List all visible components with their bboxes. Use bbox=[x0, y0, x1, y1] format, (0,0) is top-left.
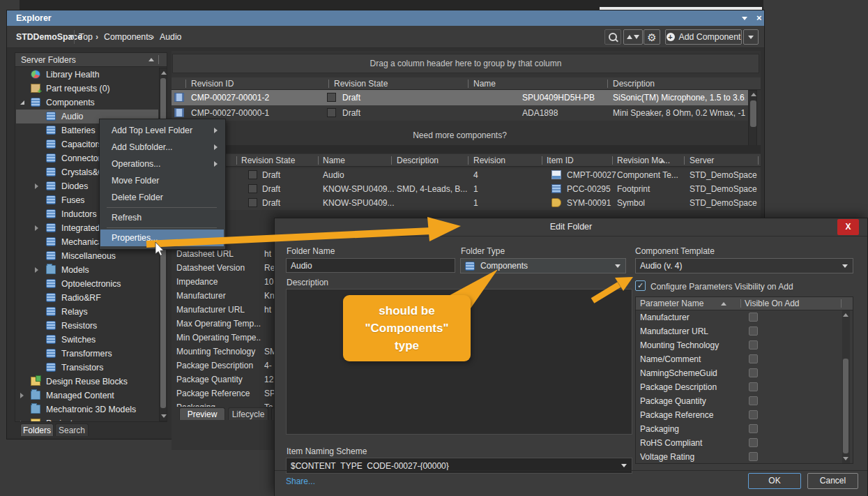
menu-item[interactable]: Add Subfolder... bbox=[100, 139, 224, 156]
visible-on-add-checkbox[interactable] bbox=[749, 452, 758, 461]
component-row[interactable]: CMP-00027-00001-2DraftSPU0409HD5H-PBSiSo… bbox=[172, 90, 748, 105]
scroll-down-icon[interactable] bbox=[843, 457, 848, 460]
parameter-row[interactable]: Package Description bbox=[636, 380, 842, 394]
parameter-row[interactable]: Manufacturer URL bbox=[636, 324, 842, 338]
tree-item[interactable]: Design Reuse Blocks bbox=[16, 375, 158, 389]
parameter-table-scrollbar[interactable] bbox=[842, 310, 850, 463]
property-row[interactable]: Package Quantity12 bbox=[172, 373, 275, 387]
scroll-up-icon[interactable] bbox=[161, 71, 167, 75]
settings-button[interactable]: ⚙ bbox=[644, 29, 660, 45]
tab-folders[interactable]: Folders bbox=[20, 423, 54, 436]
expand-arrow-icon[interactable] bbox=[20, 393, 24, 398]
components-table-header[interactable]: Revision ID Revision State Name Descript… bbox=[172, 77, 761, 90]
visible-on-add-checkbox[interactable] bbox=[749, 340, 758, 350]
revision-state-checkbox[interactable] bbox=[327, 108, 336, 117]
property-row[interactable]: Package ReferenceSP bbox=[172, 387, 275, 401]
column-revision-state[interactable]: Revision State bbox=[241, 156, 295, 165]
property-row[interactable]: PackagingTa bbox=[172, 401, 275, 407]
column-visible-on-add[interactable]: Visible On Add bbox=[745, 299, 800, 308]
search-button[interactable] bbox=[604, 29, 621, 45]
share-link[interactable]: Share... bbox=[286, 476, 315, 486]
revision-state-checkbox[interactable] bbox=[248, 170, 257, 179]
expand-arrow-icon[interactable] bbox=[35, 267, 38, 273]
tree-item[interactable]: Library Health bbox=[16, 68, 158, 82]
menu-item[interactable]: Refresh bbox=[100, 209, 224, 226]
children-table-header[interactable]: Revision State Name Description Revision… bbox=[172, 154, 761, 167]
splitter[interactable] bbox=[172, 145, 761, 153]
tree-item[interactable]: Switches bbox=[16, 333, 158, 347]
tree-item[interactable]: Miscellaneous bbox=[16, 249, 158, 263]
tree-item[interactable]: Models bbox=[16, 263, 158, 277]
tree-item[interactable]: Optoelectronics bbox=[16, 277, 158, 291]
component-row[interactable]: CMP-00027-00000-1DraftADA1898Mini Speake… bbox=[172, 105, 748, 121]
scroll-down-icon[interactable] bbox=[161, 414, 167, 418]
panel-close-icon[interactable]: × bbox=[756, 13, 762, 23]
expand-arrow-icon[interactable] bbox=[35, 225, 38, 231]
visible-on-add-checkbox[interactable] bbox=[749, 313, 758, 322]
child-item-row[interactable]: DraftAudio4CMPT-00027Component Te...STD_… bbox=[172, 168, 761, 182]
visible-on-add-checkbox[interactable] bbox=[749, 424, 758, 433]
folder-name-input[interactable]: Audio bbox=[286, 258, 455, 273]
property-row[interactable]: Package Description4- bbox=[172, 359, 275, 373]
revision-state-checkbox[interactable] bbox=[327, 93, 336, 102]
column-revision-id[interactable]: Revision ID bbox=[191, 79, 234, 89]
expand-arrow-icon[interactable] bbox=[35, 183, 38, 189]
parameter-table-header[interactable]: Parameter Name Visible On Add bbox=[636, 297, 853, 310]
item-naming-scheme-dropdown[interactable]: $CONTENT_TYPE_CODE-00027-{00000} bbox=[286, 458, 632, 474]
tree-item[interactable]: Relays bbox=[16, 305, 158, 319]
component-template-dropdown[interactable]: Audio (v. 4) bbox=[635, 258, 853, 273]
child-item-row[interactable]: DraftKNOW-SPU0409...1SYM-00091SymbolSTD_… bbox=[172, 196, 761, 210]
tree-item[interactable]: Transformers bbox=[16, 347, 158, 361]
column-item-id[interactable]: Item ID bbox=[547, 156, 574, 165]
tab-search[interactable]: Search bbox=[55, 423, 89, 436]
tree-item[interactable]: Mechatronic 3D Models bbox=[16, 403, 158, 416]
sync-button[interactable] bbox=[623, 29, 643, 45]
tree-item[interactable]: Part requests (0) bbox=[16, 82, 158, 96]
parameter-row[interactable]: Package Reference bbox=[636, 408, 842, 422]
parameter-row[interactable]: RoHS Compliant bbox=[636, 436, 842, 450]
child-item-row[interactable]: DraftKNOW-SPU0409...SMD, 4-Leads, B...1P… bbox=[172, 182, 761, 196]
property-row[interactable]: Manufacturer URLht bbox=[172, 303, 275, 317]
tree-header[interactable]: Server Folders bbox=[15, 53, 167, 67]
property-row[interactable]: ManufacturerKn bbox=[172, 290, 275, 303]
expand-arrow-icon[interactable] bbox=[20, 421, 24, 422]
column-revision-state[interactable]: Revision State bbox=[334, 79, 388, 89]
column-revision[interactable]: Revision bbox=[473, 156, 505, 165]
add-component-dropdown-button[interactable] bbox=[743, 29, 759, 45]
tree-item[interactable]: Projects bbox=[16, 416, 158, 422]
property-row[interactable]: Mounting TechnologySM bbox=[172, 345, 275, 359]
property-row[interactable]: Max Operating Temp... bbox=[172, 317, 275, 331]
revision-state-checkbox[interactable] bbox=[248, 184, 257, 193]
menu-item[interactable]: Move Folder bbox=[100, 172, 224, 189]
tab-preview[interactable]: Preview bbox=[179, 407, 225, 420]
menu-item[interactable]: Properties... bbox=[100, 230, 224, 246]
visible-on-add-checkbox[interactable] bbox=[749, 396, 758, 405]
property-row[interactable]: Impedance10 bbox=[172, 276, 275, 290]
breadcrumb-components[interactable]: Components bbox=[104, 32, 153, 42]
scrollbar-thumb[interactable] bbox=[750, 100, 756, 127]
add-component-button[interactable]: +Add Component bbox=[665, 29, 742, 45]
column-name[interactable]: Name bbox=[323, 156, 345, 165]
cancel-button[interactable]: Cancel bbox=[807, 473, 858, 489]
column-description[interactable]: Description bbox=[613, 79, 655, 89]
visible-on-add-checkbox[interactable] bbox=[749, 368, 758, 377]
tab-lifecycle[interactable]: Lifecycle bbox=[228, 407, 268, 420]
column-description[interactable]: Description bbox=[397, 156, 439, 165]
server-caret-icon[interactable] bbox=[68, 35, 74, 38]
breadcrumb-top[interactable]: Top bbox=[79, 32, 93, 42]
visible-on-add-checkbox[interactable] bbox=[749, 326, 758, 336]
menu-item[interactable]: Add Top Level Folder bbox=[100, 122, 224, 139]
parameter-row[interactable]: Name/Comment bbox=[636, 352, 842, 366]
ok-button[interactable]: OK bbox=[748, 473, 801, 489]
visible-on-add-checkbox[interactable] bbox=[749, 382, 758, 391]
scroll-up-icon[interactable] bbox=[751, 93, 756, 96]
need-more-components-link[interactable]: Need more components? bbox=[172, 130, 748, 140]
panel-menu-caret-icon[interactable] bbox=[742, 17, 747, 20]
tree-item[interactable]: Components bbox=[16, 96, 158, 110]
scrollbar-thumb[interactable] bbox=[843, 359, 848, 453]
menu-item[interactable]: Delete Folder bbox=[100, 189, 224, 206]
parameter-row[interactable]: Voltage Rating bbox=[636, 450, 842, 464]
visible-on-add-checkbox[interactable] bbox=[749, 438, 758, 447]
column-name[interactable]: Name bbox=[473, 79, 496, 89]
visible-on-add-checkbox[interactable] bbox=[749, 410, 758, 419]
